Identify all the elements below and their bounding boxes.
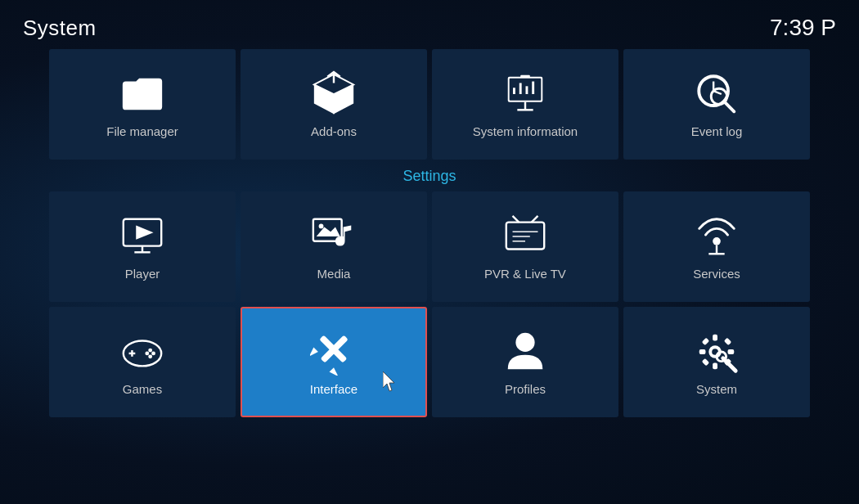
settings-tiles-row1: Player Media <box>16 191 843 302</box>
top-tiles-row: File manager Add-ons <box>16 49 843 160</box>
services-icon <box>693 213 740 260</box>
tile-system-information-label: System information <box>473 124 578 138</box>
tile-games-label: Games <box>123 382 162 396</box>
cursor-overlay <box>383 371 401 393</box>
svg-line-18 <box>725 102 735 112</box>
tile-games[interactable]: Games <box>49 307 236 417</box>
tile-interface[interactable]: Interface <box>241 307 427 417</box>
tile-pvr-live-tv-label: PVR & Live TV <box>484 267 566 281</box>
svg-marker-50 <box>310 348 318 359</box>
event-log-icon <box>693 70 740 118</box>
system-information-icon <box>501 70 549 118</box>
svg-rect-12 <box>520 75 530 78</box>
interface-icon <box>310 328 358 376</box>
tile-file-manager[interactable]: File manager <box>49 49 236 160</box>
file-manager-icon <box>119 70 166 118</box>
add-ons-icon <box>310 70 358 118</box>
svg-rect-59 <box>702 338 710 346</box>
tile-player-label: Player <box>125 267 160 281</box>
svg-marker-51 <box>383 371 394 391</box>
media-icon <box>310 213 358 260</box>
tile-player[interactable]: Player <box>49 191 236 302</box>
tile-system-information[interactable]: System information <box>432 49 618 160</box>
svg-rect-56 <box>713 363 717 370</box>
tile-system-label: System <box>696 382 737 396</box>
svg-point-44 <box>151 352 155 356</box>
svg-marker-48 <box>330 367 341 376</box>
tile-add-ons-label: Add-ons <box>311 124 357 138</box>
settings-tiles-row2: Games Interface Pr <box>16 307 843 417</box>
clock: 7:39 P <box>770 15 836 41</box>
tile-services-label: Services <box>693 267 740 281</box>
tile-interface-label: Interface <box>310 382 358 396</box>
tile-services[interactable]: Services <box>623 191 810 302</box>
tile-add-ons[interactable]: Add-ons <box>241 49 427 160</box>
svg-rect-57 <box>699 349 706 354</box>
svg-rect-60 <box>724 338 732 346</box>
svg-point-36 <box>713 237 721 245</box>
games-icon <box>119 328 166 376</box>
svg-point-46 <box>145 352 149 356</box>
tile-media-label: Media <box>317 267 351 281</box>
tile-file-manager-label: File manager <box>106 124 178 138</box>
player-icon <box>119 213 166 260</box>
tile-profiles[interactable]: Profiles <box>432 307 618 417</box>
svg-point-45 <box>148 354 152 358</box>
tile-media[interactable]: Media <box>241 191 427 302</box>
svg-point-28 <box>319 224 324 229</box>
tile-pvr-live-tv[interactable]: PVR & Live TV <box>432 191 618 302</box>
svg-rect-55 <box>713 335 717 341</box>
svg-rect-30 <box>508 224 543 248</box>
svg-rect-61 <box>702 358 710 367</box>
svg-rect-58 <box>728 349 735 354</box>
profiles-icon <box>501 328 549 376</box>
page-title: System <box>23 16 97 41</box>
system-icon <box>693 328 740 376</box>
svg-point-43 <box>148 349 152 353</box>
tile-system[interactable]: System <box>623 307 810 417</box>
settings-section-label: Settings <box>16 168 843 185</box>
svg-point-52 <box>515 333 534 352</box>
pvr-live-tv-icon <box>501 213 549 260</box>
tile-event-log-label: Event log <box>691 124 743 138</box>
tile-event-log[interactable]: Event log <box>623 49 810 160</box>
tile-profiles-label: Profiles <box>505 382 546 396</box>
